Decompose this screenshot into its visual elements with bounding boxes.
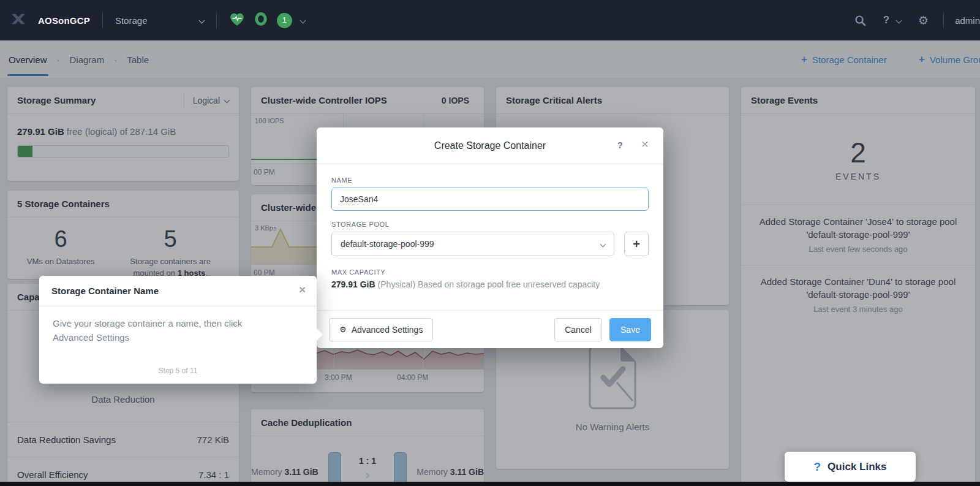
advanced-settings-button[interactable]: ⚙ Advanced Settings: [329, 318, 433, 341]
nav-divider: [943, 12, 944, 28]
gear-icon[interactable]: ⚙: [918, 13, 929, 27]
create-storage-container-modal: Create Storage Container ? × NAME STORAG…: [317, 127, 663, 348]
modal-title: Create Storage Container: [434, 140, 546, 151]
bottom-edge-strip: [0, 482, 980, 486]
top-navbar: AOSonGCP Storage 1 ?: [0, 0, 980, 40]
search-icon[interactable]: [854, 15, 866, 26]
context-menu-storage[interactable]: Storage: [115, 15, 204, 26]
modal-help-icon[interactable]: ?: [617, 140, 623, 150]
nutanix-logo-icon[interactable]: [10, 12, 27, 29]
max-capacity-label: MAX CAPACITY: [331, 268, 649, 276]
storage-pool-label: STORAGE POOL: [331, 221, 649, 228]
close-icon[interactable]: ×: [641, 137, 649, 150]
chevron-down-icon: [198, 17, 205, 23]
gear-icon: ⚙: [339, 325, 347, 334]
name-field-label: NAME: [331, 177, 649, 184]
prism-storage-page: AOSonGCP Storage 1 ?: [0, 0, 980, 486]
data-resiliency-ring-icon[interactable]: [254, 12, 268, 29]
tour-tooltip: Storage Container Name × Give your stora…: [39, 276, 317, 384]
tooltip-body: Give your storage container a name, then…: [39, 306, 296, 345]
nav-divider: [216, 12, 217, 28]
nav-divider: [102, 12, 103, 28]
quick-links-button[interactable]: ? Quick Links: [785, 452, 916, 482]
help-icon: ?: [814, 460, 821, 474]
heart-health-icon[interactable]: [229, 12, 245, 29]
max-capacity-value: 279.91 GiB(Physical) Based on storage po…: [331, 279, 649, 289]
storage-pool-select[interactable]: default-storage-pool-999: [331, 232, 614, 256]
save-button[interactable]: Save: [609, 318, 651, 341]
name-input[interactable]: [331, 188, 649, 211]
chevron-down-icon[interactable]: [300, 17, 306, 23]
alerts-count-badge[interactable]: 1: [277, 13, 292, 28]
close-icon[interactable]: ×: [299, 284, 306, 295]
chevron-down-icon: [600, 241, 606, 247]
cancel-button[interactable]: Cancel: [554, 318, 602, 341]
tooltip-title: Storage Container Name: [51, 286, 159, 296]
chevron-down-icon[interactable]: [896, 17, 902, 23]
help-icon[interactable]: ?: [883, 14, 889, 26]
add-storage-pool-button[interactable]: +: [624, 232, 649, 256]
username-menu[interactable]: admin: [955, 15, 980, 26]
tour-step-indicator: Step 5 of 11: [39, 366, 317, 375]
cluster-name: AOSonGCP: [38, 15, 90, 26]
